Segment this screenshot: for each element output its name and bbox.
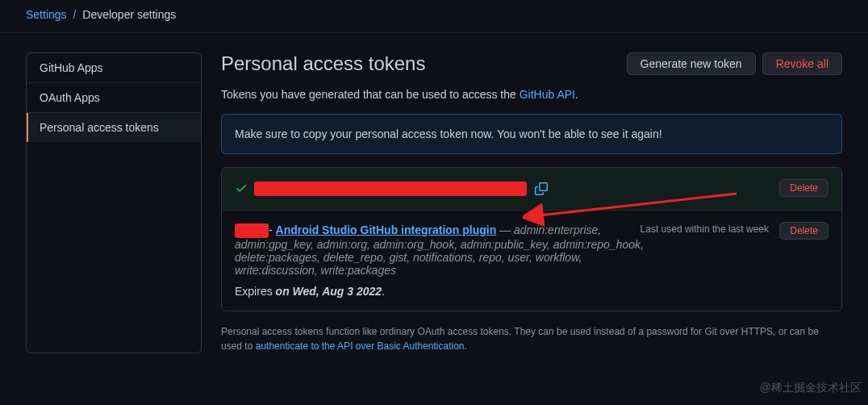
token-value-redacted	[254, 182, 527, 196]
copy-warning-flash: Make sure to copy your personal access t…	[221, 114, 842, 154]
sidebar-item-label: GitHub Apps	[40, 61, 103, 74]
copy-token-button[interactable]	[533, 181, 549, 197]
delete-token-button[interactable]: Delete	[779, 179, 828, 197]
breadcrumb-separator: /	[73, 8, 76, 21]
breadcrumb-settings-link[interactable]: Settings	[26, 8, 67, 21]
token-name-link[interactable]: Android Studio GitHub integration plugin	[276, 223, 497, 236]
token-name-redacted	[235, 223, 269, 238]
footer-note: Personal access tokens function like ord…	[221, 324, 842, 353]
breadcrumb: Settings / Developer settings	[0, 0, 868, 33]
watermark: @稀土掘金技术社区	[760, 381, 862, 395]
revoke-all-button[interactable]: Revoke all	[762, 52, 842, 75]
sidebar-item-github-apps[interactable]: GitHub Apps	[27, 53, 201, 83]
token-list: Delete - Android Studio GitHub integrati…	[221, 167, 842, 311]
delete-token-button[interactable]: Delete	[779, 222, 828, 240]
token-last-used: Last used within the last week	[641, 223, 769, 235]
github-api-link[interactable]: GitHub API	[520, 88, 575, 101]
sidebar-item-oauth-apps[interactable]: OAuth Apps	[27, 83, 201, 113]
sidebar-item-label: Personal access tokens	[40, 121, 159, 134]
intro-text: Tokens you have generated that can be us…	[221, 88, 842, 101]
sidebar-item-label: OAuth Apps	[40, 91, 100, 104]
generate-new-token-button[interactable]: Generate new token	[627, 52, 756, 75]
main-content: Personal access tokens Generate new toke…	[221, 52, 842, 353]
page-title: Personal access tokens	[221, 52, 425, 75]
check-icon	[235, 182, 248, 197]
sidebar-item-personal-access-tokens[interactable]: Personal access tokens	[27, 113, 201, 142]
token-expires: Expires on Wed, Aug 3 2022.	[235, 285, 828, 298]
breadcrumb-current: Developer settings	[82, 8, 176, 21]
token-row-new: Delete	[222, 168, 841, 211]
token-row: - Android Studio GitHub integration plug…	[222, 211, 841, 311]
sidebar-nav: GitHub Apps OAuth Apps Personal access t…	[26, 52, 202, 353]
basic-auth-link[interactable]: authenticate to the API over Basic Authe…	[256, 340, 465, 352]
